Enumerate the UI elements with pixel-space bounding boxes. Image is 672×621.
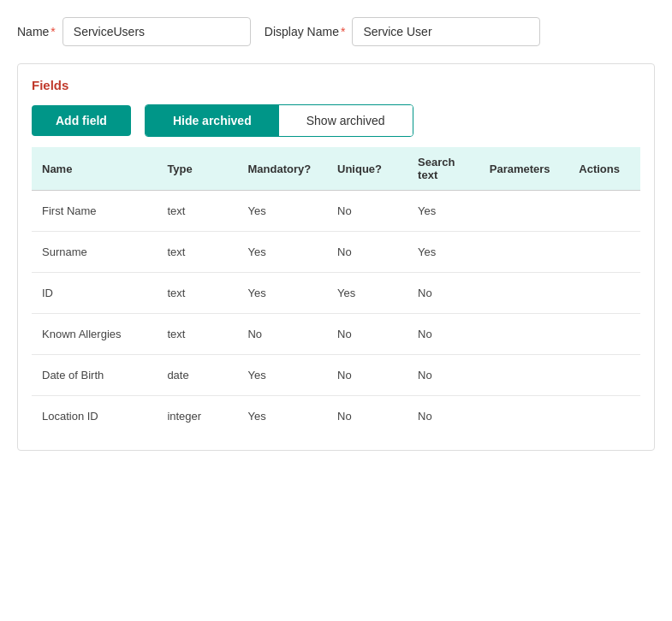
cell-name: ID: [32, 273, 157, 314]
cell-search-text: No: [407, 355, 479, 396]
col-header-unique: Unique?: [327, 147, 407, 191]
top-fields-row: Name* Display Name*: [17, 17, 655, 46]
archive-toggle-group: Hide archived Show archived: [145, 104, 413, 137]
cell-type: text: [157, 273, 237, 314]
cell-mandatory: Yes: [237, 191, 327, 232]
col-header-search-text: Search text: [407, 147, 479, 191]
table-row: Known Allergies text No No No: [32, 314, 640, 355]
cell-type: integer: [157, 396, 237, 437]
table-row: ID text Yes Yes No: [32, 273, 640, 314]
display-name-required-star: *: [341, 25, 345, 38]
table-header: Name Type Mandatory? Unique? Search text…: [32, 147, 640, 191]
cell-parameters: [479, 396, 569, 437]
fields-title: Fields: [32, 78, 640, 92]
name-required-star: *: [51, 25, 55, 38]
cell-name: Known Allergies: [32, 314, 157, 355]
cell-mandatory: Yes: [237, 355, 327, 396]
cell-unique: No: [327, 314, 407, 355]
col-header-parameters: Parameters: [479, 147, 569, 191]
cell-actions: [568, 232, 640, 273]
table-row: Date of Birth date Yes No No: [32, 355, 640, 396]
cell-type: text: [157, 232, 237, 273]
cell-name: First Name: [32, 191, 157, 232]
cell-search-text: No: [407, 396, 479, 437]
cell-search-text: Yes: [407, 191, 479, 232]
cell-parameters: [479, 191, 569, 232]
cell-name: Surname: [32, 232, 157, 273]
hide-archived-button[interactable]: Hide archived: [146, 105, 279, 136]
cell-mandatory: Yes: [237, 273, 327, 314]
cell-name: Date of Birth: [32, 355, 157, 396]
table-row: Location ID integer Yes No No: [32, 396, 640, 437]
fields-section: Fields Add field Hide archived Show arch…: [17, 63, 655, 451]
cell-mandatory: Yes: [237, 396, 327, 437]
add-field-button[interactable]: Add field: [32, 105, 131, 136]
cell-mandatory: Yes: [237, 232, 327, 273]
cell-search-text: No: [407, 314, 479, 355]
name-label: Name*: [17, 25, 56, 38]
col-header-mandatory: Mandatory?: [237, 147, 327, 191]
cell-unique: No: [327, 191, 407, 232]
cell-search-text: Yes: [407, 232, 479, 273]
cell-mandatory: No: [237, 314, 327, 355]
col-header-actions: Actions: [568, 147, 640, 191]
cell-unique: Yes: [327, 273, 407, 314]
cell-actions: [568, 396, 640, 437]
name-field-group: Name*: [17, 17, 251, 46]
cell-actions: [568, 314, 640, 355]
cell-search-text: No: [407, 273, 479, 314]
cell-parameters: [479, 355, 569, 396]
display-name-input[interactable]: [352, 17, 540, 46]
cell-actions: [568, 355, 640, 396]
table-row: First Name text Yes No Yes: [32, 191, 640, 232]
display-name-label: Display Name*: [265, 25, 346, 38]
cell-type: text: [157, 191, 237, 232]
cell-unique: No: [327, 396, 407, 437]
cell-actions: [568, 191, 640, 232]
col-header-type: Type: [157, 147, 237, 191]
name-input[interactable]: [62, 17, 251, 46]
cell-type: text: [157, 314, 237, 355]
cell-actions: [568, 273, 640, 314]
cell-parameters: [479, 314, 569, 355]
cell-name: Location ID: [32, 396, 157, 437]
cell-type: date: [157, 355, 237, 396]
show-archived-button[interactable]: Show archived: [279, 105, 413, 136]
toolbar: Add field Hide archived Show archived: [32, 104, 640, 137]
cell-parameters: [479, 273, 569, 314]
cell-unique: No: [327, 232, 407, 273]
fields-table: Name Type Mandatory? Unique? Search text…: [32, 147, 640, 436]
cell-unique: No: [327, 355, 407, 396]
col-header-name: Name: [32, 147, 157, 191]
cell-parameters: [479, 232, 569, 273]
table-row: Surname text Yes No Yes: [32, 232, 640, 273]
table-body: First Name text Yes No Yes Surname text …: [32, 191, 640, 437]
display-name-field-group: Display Name*: [265, 17, 541, 46]
